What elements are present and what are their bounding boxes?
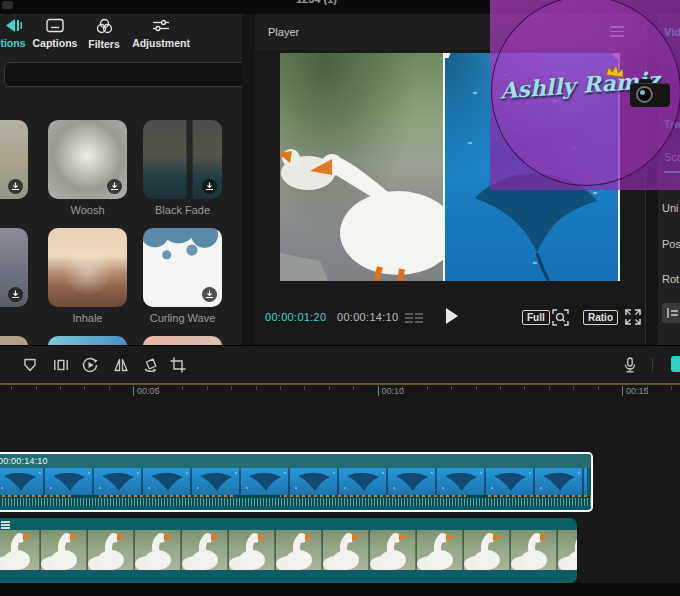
ratio-button[interactable]: Ratio [583,310,618,325]
ruler-tick [60,386,61,390]
transition-thumb-partial[interactable] [0,228,28,307]
crop-icon[interactable] [169,356,187,374]
label-uniform: Uni [662,202,679,214]
captions-icon [46,18,64,33]
player-title: Player [268,26,299,38]
transition-thumb-partial[interactable] [0,336,28,345]
ruler-tick [256,386,257,390]
tab-filters-label: Filters [88,38,120,50]
current-timecode: 00:00:01:20 [265,311,326,323]
ruler-tick [329,386,330,390]
rotate-icon[interactable] [141,356,159,374]
ruler-tick [231,386,232,390]
fullscreen-icon[interactable] [625,309,641,325]
properties-panel: Vid Tra Sca Uni Pos Rot [658,14,680,345]
clip-filmstrip [0,530,577,570]
record-toggle[interactable] [671,356,680,372]
tab-filters[interactable]: Filters [84,18,124,50]
transition-name: Inhale [48,312,127,324]
clip-header: 00:00:14:10 [0,454,591,468]
clip-flag-icon [1,521,10,529]
tab-adjustment[interactable]: Adjustment [128,18,194,49]
ruler-label: 00:05 [133,386,160,396]
ruler-label: 00:10 [378,386,405,396]
project-title: 1234 (1) [296,0,337,5]
preview-zoom-icon[interactable] [552,309,569,326]
ruler-tick [36,386,37,390]
label-position: Pos [662,238,680,250]
transition-name: Black Fade [143,204,222,216]
timeline-ruler[interactable]: 00:0500:1000:15 [0,385,680,401]
download-icon[interactable] [202,287,217,302]
ruler-label: 00:15 [622,386,649,396]
tab-video[interactable]: Vid [664,26,680,38]
ruler-tick [524,386,525,390]
adjustment-icon [152,18,170,33]
transition-thumb-woosh[interactable] [48,120,127,199]
toolbar-divider [652,358,653,372]
titlebar: 1234 (1) [0,0,680,14]
transition-name: Woosh [48,204,127,216]
timeline: 00:0500:1000:15 00:00:14:10 [0,345,680,596]
download-icon[interactable] [8,179,23,194]
transition-thumb-inhale[interactable] [48,228,127,307]
quality-icon[interactable] [405,313,425,324]
download-icon[interactable] [202,179,217,194]
ruler-tick [109,386,110,390]
full-button[interactable]: Full [522,310,550,325]
timeline-toolbar [0,345,680,384]
ruler-tick [427,386,428,390]
player-header: Player [255,14,645,50]
app-window: 1234 (1) tions Captions Filter [0,0,680,596]
menu-icon[interactable] [2,1,13,9]
timeline-footer [0,583,680,596]
duration-timecode: 00:00:14:10 [337,311,398,323]
preview-main-video [280,53,443,281]
mirror-icon[interactable] [112,356,130,374]
ruler-tick [182,386,183,390]
clip-aquarium-selected[interactable]: 00:00:14:10 [0,452,593,512]
ruler-tick [353,386,354,390]
ruler-tick [549,386,550,390]
transition-thumb-blackfade[interactable] [143,120,222,199]
transitions-icon [5,18,22,33]
player-menu-icon[interactable] [610,26,624,40]
align-field[interactable] [662,303,680,323]
ruler-tick [573,386,574,390]
download-icon[interactable] [107,179,122,194]
transition-name: Curling Wave [143,312,222,324]
ruler-tick [11,386,12,390]
ruler-tick [280,386,281,390]
mask-icon[interactable] [21,356,39,374]
ruler-tick [207,386,208,390]
transition-thumb-partial[interactable] [48,336,127,345]
preview-overlay-video[interactable] [443,53,620,281]
clip-duration-label: 00:00:14:10 [0,456,48,466]
video-preview[interactable] [280,53,620,281]
ruler-tick [500,386,501,390]
transition-thumb-partial[interactable] [0,120,28,199]
transition-thumb-partial[interactable] [143,336,222,345]
player-panel: Player [255,14,646,345]
microphone-icon[interactable] [621,356,639,374]
play-button[interactable] [446,308,458,324]
tab-captions-label: Captions [33,37,78,49]
freeze-frame-icon[interactable] [52,356,70,374]
clip-goose[interactable] [0,518,577,583]
ruler-tick [304,386,305,390]
label-scale: Sca [664,151,680,163]
search-input[interactable] [4,62,242,87]
filters-icon [96,18,113,34]
tab-transitions-label: tions [0,37,25,49]
label-rotate: Rot [662,273,679,285]
clip-waveform [0,495,591,506]
tab-adjustment-label: Adjustment [132,37,190,49]
ruler-tick [598,386,599,390]
ruler-tick [84,386,85,390]
download-icon[interactable] [8,287,23,302]
ruler-tick [671,386,672,390]
scale-slider[interactable] [664,171,680,173]
transition-thumb-curlingwave[interactable] [143,228,222,307]
speed-icon[interactable] [81,356,99,374]
tab-captions[interactable]: Captions [30,18,80,49]
